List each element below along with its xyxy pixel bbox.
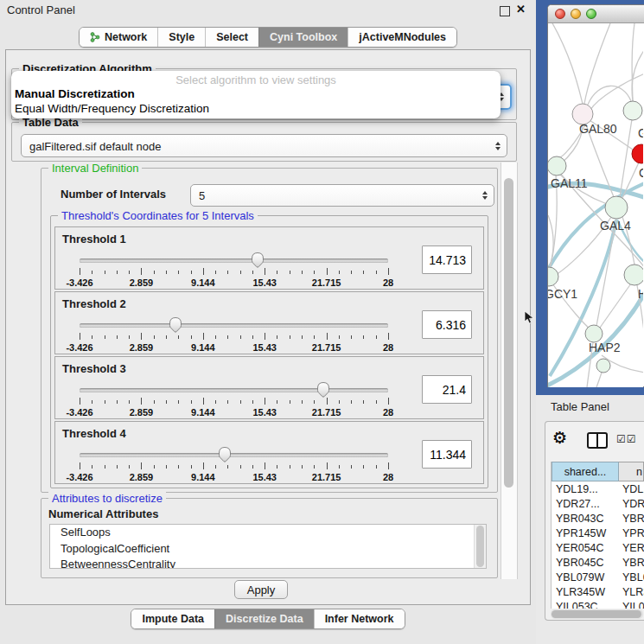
tick-mark [265,268,265,275]
node-label-gal4: GAL4 [600,219,631,233]
tick-mark [117,335,118,339]
interval-definition-group: Interval Definition Number of Intervals … [41,168,498,493]
tick-mark [80,462,80,469]
slider-track[interactable] [80,388,388,392]
select-columns-checkboxes-icon[interactable]: ☑☑ [616,433,637,445]
algorithm-dropdown-popup: Select algorithm to view settings Manual… [11,71,501,118]
slider-thumb[interactable] [251,252,265,269]
network-node-gcy1[interactable] [548,267,558,286]
tick-mark [129,400,130,404]
table-cell: YBR045C [552,557,619,569]
threshold-slider[interactable]: -3.4262.8599.14415.4321.71528 [80,383,388,419]
tab-impute-data[interactable]: Impute Data [131,609,214,628]
tick-mark [166,335,167,339]
number-of-intervals-combobox[interactable]: 5 [190,184,494,207]
tick-label: 28 [383,407,393,418]
float-window-icon[interactable] [500,6,510,16]
threshold-value-field[interactable] [422,375,472,404]
threshold-value-field[interactable] [422,245,472,274]
table-data-combobox[interactable]: galFiltered.sif default node [21,134,507,157]
columns-icon[interactable] [587,432,608,449]
table-header-cell[interactable]: shared... [552,462,619,481]
network-node[interactable] [596,359,610,373]
tick-mark [252,271,253,274]
tab-label: Infer Network [325,613,394,625]
tab-discretize-data[interactable]: Discretize Data [214,609,314,628]
slider-thumb[interactable] [169,316,182,334]
network-canvas[interactable]: GAL80GCGAL11GAL4GCY1HHAP2 [548,23,643,387]
network-node-h[interactable] [624,265,643,285]
mouse-cursor-icon [524,310,534,328]
table-scrollbar-thumb[interactable] [552,610,641,618]
content-scrollbar[interactable] [501,163,518,579]
node-label-hap2: HAP2 [589,341,621,354]
algorithm-option-manual-discretization[interactable]: Manual Discretization [11,87,501,102]
tab-infer-network[interactable]: Infer Network [314,609,405,628]
tab-jactivemnodules[interactable]: jActiveMNodules [348,28,456,47]
minimize-traffic-light-icon[interactable] [571,9,581,19]
slider-thumb[interactable] [316,381,330,399]
threshold-slider[interactable]: -3.4262.8599.14415.4321.71528 [80,318,388,354]
attributes-scrollbar-thumb[interactable] [476,526,484,567]
tab-cyni-toolbox[interactable]: Cyni Toolbox [258,28,348,47]
table-row[interactable]: YBL079WYBL0 [552,570,644,584]
slider-thumb[interactable] [218,446,232,463]
tick-mark [388,333,389,340]
threshold-label: Threshold 4 [62,427,126,440]
zoom-traffic-light-icon[interactable] [586,9,596,19]
slider-track[interactable] [80,258,388,263]
threshold-label: Threshold 3 [62,362,126,375]
algorithm-option-equal-width-frequency-discretization[interactable]: Equal Width/Frequency Discretization [11,102,501,117]
network-node-g[interactable] [623,101,642,120]
table-header-cell[interactable]: n [619,462,644,481]
table-rows: YDL19...YDL1YDR27...YDR2YBR043CYBR0YPR14… [552,481,644,609]
content-scrollbar-thumb[interactable] [504,178,513,488]
tick-label: 28 [383,472,393,482]
table-row[interactable]: YBR045CYBR0 [552,555,644,570]
tick-mark [154,400,155,404]
table-horizontal-scrollbar[interactable] [551,609,643,619]
apply-button[interactable]: Apply [234,580,288,599]
tick-mark [154,271,155,274]
table-row[interactable]: YDR27...YDR2 [552,496,644,511]
network-node-c[interactable] [632,144,643,163]
table-panel: Table Panel ⚙ ☑☑ shared...n YDL19...YDL1… [536,395,644,644]
threshold-slider[interactable]: -3.4262.8599.14415.4321.71528 [80,253,388,290]
table-row[interactable]: YIL053CYIL0 [552,599,644,609]
tab-style[interactable]: Style [157,28,205,47]
tick-mark [327,398,328,405]
slider-track[interactable] [80,323,388,328]
interval-definition-title: Interval Definition [48,162,142,175]
gear-icon[interactable]: ⚙ [552,428,567,448]
attribute-item-betweennesscentrality[interactable]: BetweennessCentrality [50,557,486,569]
table-row[interactable]: YPR145WYPR1 [552,526,644,540]
tab-select[interactable]: Select [205,28,258,47]
network-node-gal4[interactable] [605,196,628,219]
threshold-slider[interactable]: -3.4262.8599.14415.4321.71528 [80,448,388,484]
tick-mark [215,335,216,339]
network-node-gal11[interactable] [548,156,566,175]
close-traffic-light-icon[interactable] [555,9,565,19]
tick-mark [178,271,179,274]
table-row[interactable]: YER054CYER0 [552,540,644,555]
close-icon[interactable]: ✕ [516,3,526,16]
table-cell: YPR145W [552,527,619,539]
slider-track[interactable] [80,453,388,457]
tick-label: 2.859 [130,277,154,288]
attribute-item-topologicalcoefficient[interactable]: TopologicalCoefficient [50,541,486,558]
combo-arrows-icon [495,142,501,150]
threshold-value-field[interactable] [422,440,472,469]
table-row[interactable]: YLR345WYLR3 [552,584,644,599]
threshold-value-field[interactable] [422,310,472,339]
tick-mark [302,465,303,469]
node-label-gal80: GAL80 [579,122,617,136]
tick-label: 28 [383,342,393,353]
app-root: Control Panel ✕ NetworkStyleSelectCyni T… [0,0,644,644]
table-cell: YBL0 [619,571,644,583]
network-node-hap2[interactable] [585,325,603,342]
tab-network[interactable]: Network [80,28,157,47]
table-row[interactable]: YBR043CYBR0 [552,511,644,526]
attribute-item-selfloops[interactable]: SelfLoops [50,525,486,541]
table-row[interactable]: YDL19...YDL1 [552,481,644,496]
attributes-scrollbar[interactable] [474,525,486,568]
